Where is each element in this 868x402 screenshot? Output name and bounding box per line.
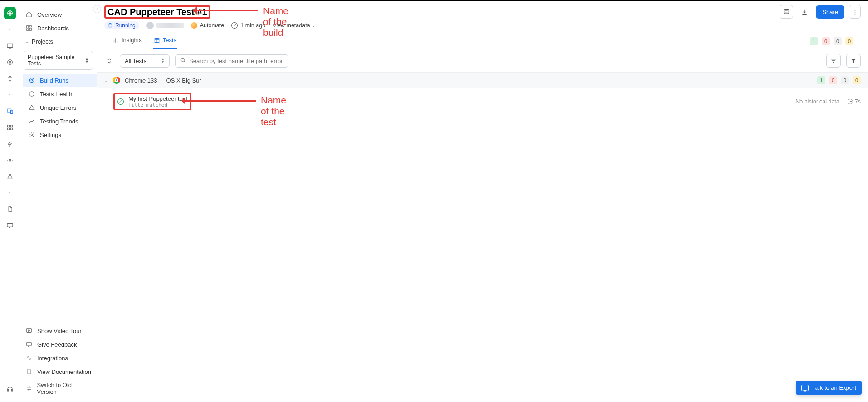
annotation-label-test: Name of the test (261, 95, 286, 127)
build-product-label: Automate (200, 22, 224, 29)
group-browser-label: Chrome 133 (125, 77, 157, 84)
build-time: 1 min ago (231, 22, 265, 29)
chat-icon (801, 385, 809, 391)
svg-rect-7 (7, 125, 9, 127)
rail-doc-icon[interactable] (4, 203, 16, 215)
rail-device-icon[interactable] (4, 105, 16, 117)
chat-icon (25, 341, 33, 348)
svg-point-4 (9, 76, 10, 77)
sidebar-item-documentation[interactable]: View Documentation (20, 365, 97, 378)
rail-monitor-icon[interactable] (4, 40, 16, 52)
rail-beaker-icon[interactable] (4, 171, 16, 182)
collapse-sidebar-button[interactable]: ‹ (93, 5, 101, 13)
build-user (146, 22, 184, 29)
rail-target-icon[interactable] (4, 56, 16, 68)
search-input[interactable] (189, 58, 283, 64)
group-count-pending: 0 (853, 76, 861, 84)
svg-point-21 (31, 134, 33, 136)
count-pending: 0 (845, 37, 853, 45)
chat-expert-button[interactable]: Talk to an Expert (796, 381, 862, 395)
tab-tests[interactable]: Tests (153, 33, 177, 49)
rail-headset-icon[interactable] (4, 383, 16, 395)
test-history-label: No historical data (795, 98, 839, 105)
updown-icon: ▲▼ (85, 57, 89, 64)
test-group-row[interactable]: ⌄ Chrome 133 OS X Big Sur 1 0 0 0 (97, 73, 868, 88)
home-icon (25, 11, 33, 18)
clock-icon (848, 99, 853, 104)
build-name: CAD Puppeteer Test #1 (104, 5, 210, 19)
chevron-down-icon[interactable]: ⌄ (104, 78, 108, 83)
main-panel: CAD Puppeteer Test #1 Name of the build … (97, 1, 868, 402)
sidebar-item-video-tour[interactable]: Show Video Tour (20, 324, 97, 338)
svg-rect-8 (10, 125, 12, 127)
sort-button[interactable] (826, 54, 841, 68)
svg-point-18 (31, 79, 33, 81)
project-select[interactable]: Puppeteer Sample Tests ▲▼ (24, 51, 93, 70)
rail-gear-icon[interactable] (4, 154, 16, 166)
sidebar-item-feedback[interactable]: Give Feedback (20, 338, 97, 351)
health-icon (28, 90, 35, 98)
sidebar-item-overview[interactable]: Overview (20, 8, 97, 21)
target-icon (28, 77, 35, 84)
projects-group-header[interactable]: ⌄ Projects (20, 35, 97, 48)
play-icon (25, 327, 33, 334)
sidebar-item-old-version[interactable]: Switch to Old Version (20, 378, 97, 398)
error-icon (28, 104, 35, 111)
count-passed: 1 (810, 37, 818, 45)
group-count-passed: 1 (817, 76, 825, 84)
test-duration: 7s (848, 98, 861, 105)
tab-insights[interactable]: Insights (112, 33, 143, 49)
search-input-wrapper[interactable] (175, 54, 288, 68)
sidebar-item-label: Unique Errors (40, 104, 76, 111)
updown-icon: ▲▼ (161, 58, 165, 64)
dashboard-icon (25, 25, 33, 32)
test-row[interactable]: ✓ My first Puppeteer test Title matched … (97, 88, 868, 115)
sidebar-item-unique-errors[interactable]: Unique Errors (23, 101, 97, 114)
sidebar-item-label: Integrations (37, 355, 68, 362)
sidebar-item-build-runs[interactable]: Build Runs (23, 74, 97, 87)
build-time-label: 1 min ago (240, 22, 265, 29)
sidebar: ‹ Overview Dashboards ⌄ Projects Puppete… (20, 1, 97, 402)
svg-point-2 (9, 61, 11, 63)
pass-status-icon: ✓ (117, 98, 124, 105)
svg-rect-1 (7, 44, 13, 47)
sidebar-item-label: Tests Health (40, 91, 73, 98)
clock-icon (231, 22, 238, 29)
group-count-skipped: 0 (841, 76, 849, 84)
sidebar-item-dashboards[interactable]: Dashboards (20, 21, 97, 35)
projects-header-label: Projects (32, 38, 53, 45)
svg-point-26 (181, 58, 184, 61)
sidebar-item-integrations[interactable]: Integrations (20, 351, 97, 365)
group-os-label: OS X Big Sur (166, 77, 201, 84)
rail-feedback-icon[interactable] (4, 220, 16, 231)
svg-marker-20 (29, 105, 34, 110)
filter-button[interactable] (846, 54, 861, 68)
test-filter-value: All Tests (125, 58, 146, 64)
chat-expert-label: Talk to an Expert (812, 384, 856, 391)
sidebar-item-tests-health[interactable]: Tests Health (23, 87, 97, 101)
sidebar-item-testing-trends[interactable]: Testing Trends (23, 114, 97, 128)
switch-icon (25, 385, 32, 392)
sidebar-item-label: Show Video Tour (37, 328, 82, 334)
rail-bolt-icon[interactable] (4, 138, 16, 150)
sidebar-item-settings[interactable]: Settings (23, 128, 97, 142)
view-metadata-dropdown[interactable]: View metadata ⌄ (273, 22, 315, 29)
count-failed: 0 (822, 37, 830, 45)
build-status-pill: Running (104, 21, 139, 29)
sidebar-item-label: Dashboards (37, 25, 69, 32)
rail-grid-icon[interactable] (4, 122, 16, 133)
more-menu-button[interactable]: ⋮ (849, 5, 861, 19)
tab-label: Tests (163, 37, 176, 44)
svg-point-11 (9, 159, 11, 161)
share-button[interactable]: Share (816, 5, 844, 19)
tests-icon (154, 37, 160, 44)
test-filter-select[interactable]: All Tests ▲▼ (120, 54, 170, 68)
notes-button[interactable] (780, 5, 793, 19)
brand-logo-icon[interactable] (4, 7, 16, 19)
chevron-down-icon: ⌄ (25, 39, 29, 44)
collapse-all-button[interactable] (104, 56, 114, 66)
rail-accessibility-icon[interactable] (4, 73, 16, 84)
sidebar-item-label: Build Runs (40, 77, 68, 84)
download-button[interactable] (798, 5, 811, 19)
filters-bar: All Tests ▲▼ (97, 49, 868, 73)
